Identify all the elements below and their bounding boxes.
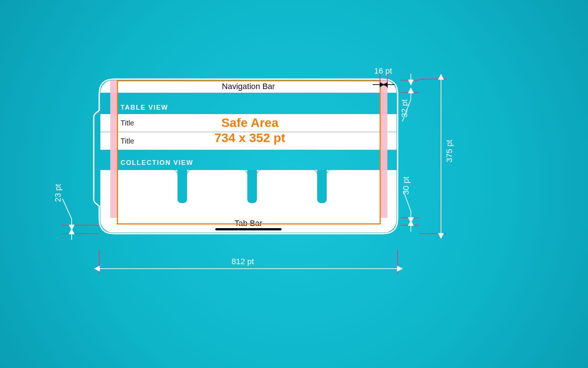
dim-tabbar-h: 30 pt bbox=[401, 177, 411, 195]
dim-navbar-h: 32 pt bbox=[400, 99, 409, 117]
dimension-lines bbox=[0, 0, 588, 368]
dim-home-indicator: 23 pt bbox=[53, 184, 63, 202]
dim-side-inset: 16 pt bbox=[374, 66, 392, 76]
dim-height: 375 pt bbox=[445, 140, 454, 162]
dim-width: 812 pt bbox=[232, 257, 254, 266]
svg-line-33 bbox=[62, 199, 72, 219]
